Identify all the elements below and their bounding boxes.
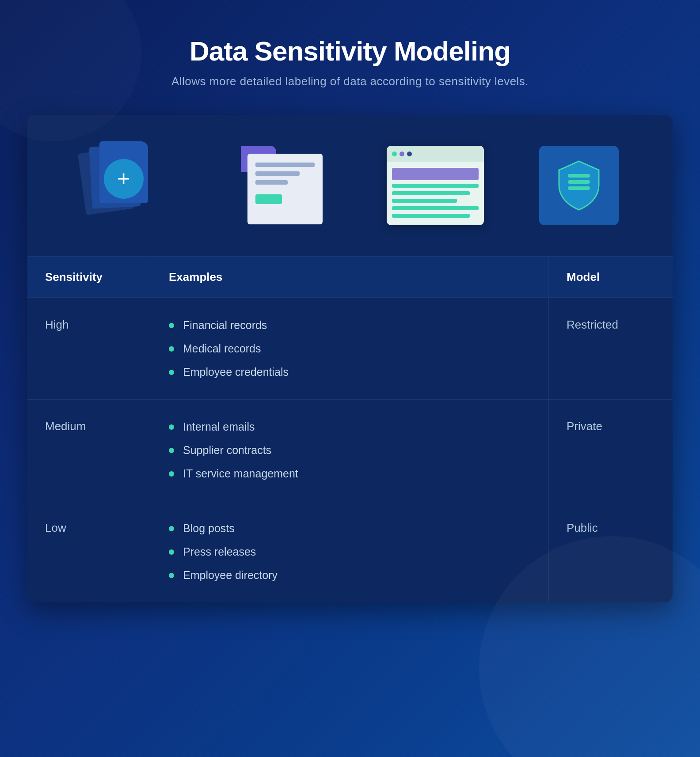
list-item: Employee directory	[169, 564, 278, 587]
document-icon	[239, 141, 336, 230]
list-item: IT service management	[169, 462, 298, 485]
model-public: Public	[549, 501, 673, 602]
model-restricted: Restricted	[549, 298, 673, 399]
list-item: Supplier contracts	[169, 439, 271, 462]
sensitivity-high: High	[27, 298, 151, 399]
main-card: +	[27, 115, 673, 602]
svg-rect-0	[568, 180, 590, 184]
svg-rect-2	[568, 174, 590, 178]
page-subtitle: Allows more detailed labeling of data ac…	[171, 75, 529, 88]
bullet-icon	[169, 526, 174, 531]
bullet-icon	[169, 370, 174, 375]
th-model: Model	[549, 257, 673, 297]
list-item: Medical records	[169, 337, 261, 360]
th-examples: Examples	[151, 257, 549, 297]
examples-low: Blog posts Press releases Employee direc…	[151, 501, 549, 602]
page-title: Data Sensitivity Modeling	[171, 35, 529, 67]
table-row: High Financial records Medical records E…	[27, 298, 673, 400]
shield-icon	[535, 141, 623, 230]
list-item: Employee credentials	[169, 360, 289, 384]
table-header-row: Sensitivity Examples Model	[27, 257, 673, 298]
list-item: Press releases	[169, 540, 256, 564]
bullet-icon	[169, 573, 174, 578]
bullet-icon	[169, 346, 174, 352]
browser-icon	[382, 141, 488, 230]
bullet-icon	[169, 471, 174, 477]
svg-rect-1	[568, 186, 590, 190]
table-wrapper: Sensitivity Examples Model High Financia…	[27, 257, 673, 602]
medical-files-icon: +	[77, 141, 192, 230]
bullet-icon	[169, 424, 174, 430]
table-row: Medium Internal emails Supplier contract…	[27, 400, 673, 501]
list-item: Blog posts	[169, 517, 235, 540]
page-header: Data Sensitivity Modeling Allows more de…	[171, 35, 529, 88]
bullet-icon	[169, 323, 174, 328]
icons-section: +	[27, 115, 673, 256]
examples-high: Financial records Medical records Employ…	[151, 298, 549, 399]
examples-medium: Internal emails Supplier contracts IT se…	[151, 400, 549, 501]
model-private: Private	[549, 400, 673, 501]
th-sensitivity: Sensitivity	[27, 257, 151, 297]
list-item: Internal emails	[169, 415, 255, 439]
bullet-icon	[169, 549, 174, 555]
table-row: Low Blog posts Press releases Employee d…	[27, 501, 673, 602]
sensitivity-medium: Medium	[27, 400, 151, 501]
sensitivity-low: Low	[27, 501, 151, 602]
bullet-icon	[169, 448, 174, 453]
table-section: Sensitivity Examples Model High Financia…	[27, 256, 673, 602]
list-item: Financial records	[169, 314, 267, 337]
